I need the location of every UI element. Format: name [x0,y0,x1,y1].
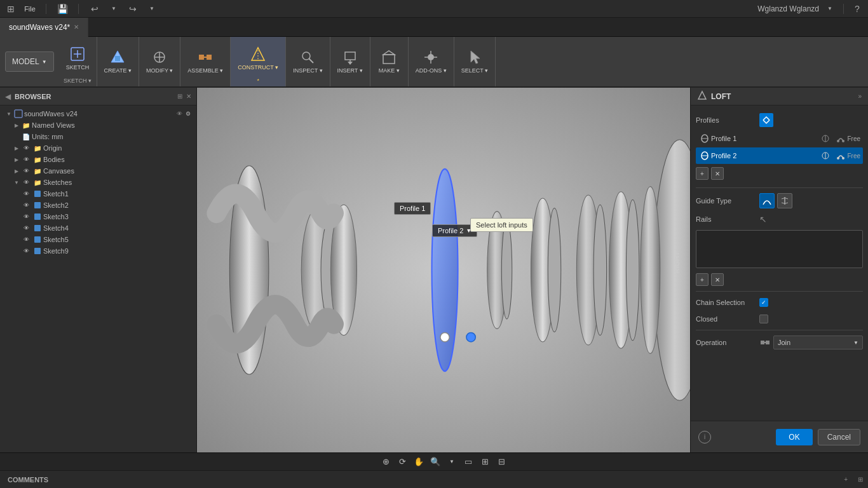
comments-expand-btn[interactable]: + [839,476,853,483]
loft-expand[interactable]: » [858,93,862,100]
sketch2-icon [33,201,42,210]
create-icon [109,48,126,66]
eye-icon-sketch1[interactable]: 👁 [22,189,31,198]
zoom-icon[interactable]: 🔍 [429,456,442,468]
tree-item-sketch3[interactable]: 👁 Sketch3 [0,211,196,222]
canvases-arrow[interactable]: ▶ [13,167,20,175]
grid-view-icon[interactable]: ⊞ [478,456,491,468]
viewport[interactable]: Profile 1 Profile 2 ▼ Select loft inputs… [197,88,690,452]
root-arrow[interactable]: ▼ [5,110,13,118]
user-dropdown[interactable]: ▼ [824,3,836,15]
eye-icon-sketch2[interactable]: 👁 [22,201,31,210]
eye-icon-sketches[interactable]: 👁 [22,178,31,187]
sketches-arrow[interactable]: ▼ [13,179,20,186]
insert-btn[interactable]: INSERT ▾ [334,46,366,76]
assemble-btn[interactable]: ASSEMBLE ▾ [184,46,226,76]
remove-rail-btn[interactable]: ✕ [711,273,724,286]
tree-item-sketch5[interactable]: 👁 Sketch5 [0,234,196,245]
browser-close[interactable]: ✕ [186,93,191,100]
undo-icon[interactable]: ↩ [89,3,100,15]
profiles-select-btn[interactable] [759,113,773,127]
operation-label: Operation [696,339,759,346]
rails-cursor: ↖ [759,214,863,224]
eye-icon-sketch5[interactable]: 👁 [22,235,31,244]
ribbon-group-inspect: INSPECT ▾ [286,37,330,86]
info-btn[interactable]: i [698,431,711,444]
tree-item-sketch9[interactable]: 👁 Sketch9 [0,245,196,257]
sketch-btn[interactable]: SKETCH [63,43,93,72]
eye-icon-bodies[interactable]: 👁 [22,155,31,164]
bodies-arrow[interactable]: ▶ [13,156,20,163]
select-icons: SELECT ▾ [458,39,491,83]
browser-pin[interactable]: ⊞ [177,93,182,100]
tree-item-sketch4[interactable]: 👁 Sketch4 [0,222,196,234]
create-btn[interactable]: CREATE ▾ [101,46,135,76]
tree-item-units[interactable]: 📄 Units: mm [0,131,196,142]
ok-button[interactable]: OK [776,429,812,445]
profiles-label: Profiles [696,116,759,124]
guide-btn-center[interactable] [777,193,792,208]
tree-item-canvases[interactable]: ▶ 👁 📁 Canvases [0,165,196,177]
undo-dropdown[interactable]: ▼ [108,3,119,15]
construct-btn[interactable]: CONSTRUCT ▾ [234,43,281,72]
eye-icon-sketch3[interactable]: 👁 [22,212,31,221]
pan-icon[interactable]: ✋ [412,456,425,468]
tree-item-origin[interactable]: ▶ 👁 📁 Origin [0,142,196,154]
orbit-icon[interactable]: ⊕ [379,456,392,468]
svg-rect-26 [34,236,41,243]
eye-icon-origin[interactable]: 👁 [22,144,31,152]
guide-btn-rails[interactable] [759,193,775,208]
zoom-dropdown[interactable]: ▼ [445,456,458,468]
cancel-button[interactable]: Cancel [818,429,860,445]
remove-profile-btn[interactable]: ✕ [711,167,724,180]
tree-item-named-views[interactable]: ▶ 📁 Named Views [0,119,196,131]
tab-close[interactable]: ✕ [74,24,79,30]
modify-btn[interactable]: MODIFY ▾ [143,46,176,76]
profile1-row[interactable]: Profile 1 Free [696,130,863,147]
closed-checkbox[interactable] [759,315,768,323]
inspect-icons: INSPECT ▾ [290,39,325,83]
rails-area[interactable] [696,230,863,268]
tree-item-bodies[interactable]: ▶ 👁 📁 Bodies [0,154,196,165]
svg-point-40 [593,205,607,335]
redo-dropdown[interactable]: ▼ [146,3,158,15]
profile1-free-icon [834,132,847,145]
view-cube-icon[interactable]: ▭ [462,456,475,468]
operation-select[interactable]: Join ▼ [773,336,863,349]
select-btn[interactable]: SELECT ▾ [458,46,491,76]
root-eye[interactable]: 👁 [177,111,182,117]
profile2-row[interactable]: Profile 2 Free [696,147,863,164]
comments-pin[interactable]: ⊞ [853,476,868,483]
ribbon-group-addons: ADD-ONS ▾ [409,37,454,86]
browser-collapse[interactable]: ◀ [5,92,11,101]
add-profile-btn[interactable]: + [696,167,709,180]
tree-item-sketches[interactable]: ▼ 👁 📁 Sketches [0,177,196,188]
tree-item-root[interactable]: ▼ soundWaves v24 👁 ⚙ [0,108,196,119]
add-rail-btn[interactable]: + [696,273,709,286]
redo-icon[interactable]: ↪ [127,3,139,15]
eye-icon-sketch4[interactable]: 👁 [22,224,31,233]
save-icon[interactable]: 💾 [57,3,68,15]
eye-icon-canvases[interactable]: 👁 [22,166,31,175]
file-menu[interactable]: File [24,3,36,15]
origin-arrow[interactable]: ▶ [13,144,20,152]
make-btn[interactable]: MAKE ▾ [375,46,403,76]
browser-content: ▼ soundWaves v24 👁 ⚙ ▶ 📁 Named Views 📄 U… [0,105,196,452]
named-views-arrow[interactable]: ▶ [13,121,20,129]
main-tab[interactable]: soundWaves v24* ✕ [0,18,88,37]
help-icon[interactable]: ? [851,3,863,15]
tree-item-sketch2[interactable]: 👁 Sketch2 [0,200,196,211]
rails-row: Rails ↖ [696,211,863,227]
grid-icon[interactable]: ⊞ [5,3,17,15]
display-icon[interactable]: ⊟ [495,456,508,468]
viewport-right-label: RIGHT [673,252,681,273]
root-settings[interactable]: ⚙ [184,109,193,118]
eye-icon-sketch9[interactable]: 👁 [22,247,31,255]
model-dropdown[interactable]: MODEL ▼ [5,51,54,72]
browser-panel: ◀ BROWSER ⊞ ✕ ▼ soundWaves v24 👁 ⚙ ▶ 📁 [0,88,197,452]
inspect-btn[interactable]: INSPECT ▾ [290,46,325,76]
fit-icon[interactable]: ⟳ [396,456,409,468]
addons-btn[interactable]: ADD-ONS ▾ [412,46,450,76]
tree-item-sketch1[interactable]: 👁 Sketch1 [0,188,196,200]
chain-selection-checkbox[interactable] [759,298,768,307]
